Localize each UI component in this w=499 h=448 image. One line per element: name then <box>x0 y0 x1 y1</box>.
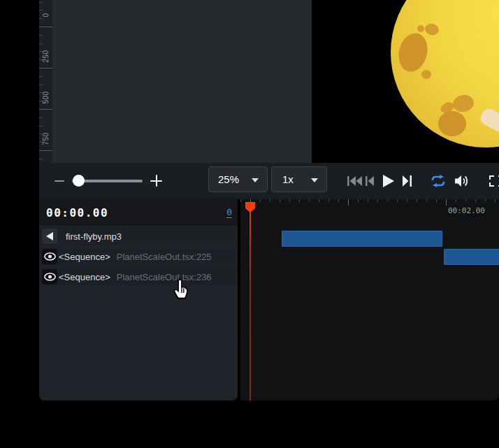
zoom-out-button[interactable] <box>55 180 64 182</box>
play-button[interactable] <box>382 175 394 187</box>
volume-icon <box>455 175 469 187</box>
timeline-tick <box>397 199 398 202</box>
previous-frame-icon <box>366 176 374 186</box>
skip-to-start-button[interactable] <box>347 176 362 186</box>
zoom-in-button[interactable] <box>150 175 162 187</box>
timeline-tick <box>456 199 456 202</box>
ruler-minor-tick <box>39 159 43 159</box>
timeline-clip-audio[interactable] <box>282 231 442 247</box>
track-row-sequence-225[interactable]: <Sequence> PlanetScaleOut.tsx:225 <box>39 247 238 266</box>
ruler-major-tick <box>39 27 52 27</box>
zoom-slider-knob[interactable] <box>73 175 85 187</box>
timeline-tick <box>485 199 486 202</box>
timeline-section: 00:00.00 0 first-flyby.mp3 <Sequence> Pl… <box>0 199 499 400</box>
frame-number-link[interactable]: 0 <box>226 208 232 218</box>
ruler-minor-tick <box>39 133 43 134</box>
visibility-toggle[interactable] <box>42 249 57 264</box>
preview-region: 0250500750 <box>0 0 499 163</box>
audio-mute-toggle[interactable] <box>42 229 57 244</box>
ruler-minor-tick <box>39 117 43 118</box>
ruler-major-tick <box>39 150 52 151</box>
timeline-tick <box>426 199 427 202</box>
ruler-major-tick <box>39 109 52 110</box>
playhead-line <box>249 209 251 400</box>
timeline-tick <box>280 199 280 202</box>
ruler-minor-tick <box>39 10 43 10</box>
timeline-clip-sequence[interactable] <box>444 249 499 265</box>
timeline-tick <box>299 199 300 202</box>
timeline-tick <box>348 199 349 205</box>
zoom-level-dropdown[interactable]: 25% <box>208 166 268 192</box>
timeline-tick <box>260 199 261 202</box>
ruler-minor-tick <box>39 59 43 60</box>
track-list-panel: 00:00.00 0 first-flyby.mp3 <Sequence> Pl… <box>39 199 238 400</box>
planet-illustration <box>391 0 499 147</box>
ruler-label: 250 <box>39 47 52 65</box>
ruler-label: 750 <box>39 129 52 147</box>
speaker-icon <box>46 232 53 240</box>
crater <box>438 111 466 136</box>
timeline-tick <box>417 199 417 202</box>
timeline-tick <box>407 199 407 202</box>
volume-button[interactable] <box>454 175 469 187</box>
timeline-tick <box>358 199 359 202</box>
timeline-tick <box>338 199 339 202</box>
ruler-minor-tick <box>39 51 43 52</box>
fullscreen-button[interactable] <box>489 175 499 187</box>
ruler-minor-tick <box>39 35 43 36</box>
ruler-minor-tick <box>39 76 43 77</box>
timeline-tick <box>495 199 496 202</box>
timeline-tick <box>270 199 270 202</box>
ruler-minor-tick <box>39 92 43 93</box>
ruler-minor-tick <box>39 85 43 85</box>
vertical-ruler: 0250500750 <box>39 0 52 163</box>
chevron-down-icon <box>252 178 259 182</box>
hand-cursor-icon <box>172 278 191 301</box>
visibility-toggle[interactable] <box>42 269 57 284</box>
canvas-background <box>52 0 312 163</box>
track-source-label: PlanetScaleOut.tsx:225 <box>117 252 212 262</box>
eye-icon <box>44 252 56 261</box>
playback-speed-dropdown[interactable]: 1x <box>271 166 327 192</box>
ruler-label: 0 <box>39 6 52 24</box>
playback-speed-value: 1x <box>282 173 294 185</box>
track-label: <Sequence> <box>59 272 110 282</box>
timeline-header: 00:00.00 0 <box>39 199 238 226</box>
playback-toolbar: 25% 1x <box>39 163 499 199</box>
video-canvas <box>312 0 499 163</box>
ruler-label: 500 <box>39 88 52 106</box>
eye-icon <box>44 273 56 281</box>
crater <box>421 70 431 79</box>
loop-toggle-button[interactable] <box>429 175 447 187</box>
crater <box>417 25 424 32</box>
zoom-level-value: 25% <box>218 173 239 185</box>
next-frame-button[interactable] <box>402 175 412 187</box>
timeline-tick <box>377 199 378 202</box>
timeline-tick <box>368 199 368 202</box>
timeline-tick <box>289 199 290 202</box>
loop-icon <box>429 175 447 187</box>
ruler-minor-tick <box>39 101 43 101</box>
track-row-audio[interactable]: first-flyby.mp3 <box>39 227 238 245</box>
ruler-minor-tick <box>39 43 43 44</box>
previous-frame-button[interactable] <box>365 176 374 186</box>
track-row-sequence-236[interactable]: <Sequence> PlanetScaleOut.tsx:236 <box>39 268 238 286</box>
track-label: first-flyby.mp3 <box>66 231 122 242</box>
timeline-track-area[interactable]: 00:02.00 <box>240 199 499 400</box>
timeline-tick <box>309 199 310 202</box>
crater <box>451 94 475 114</box>
ruler-minor-tick <box>39 18 43 19</box>
playhead-handle[interactable] <box>245 202 255 212</box>
remotion-studio-window: { "preview": { "vertical_ruler": { "labe… <box>0 0 499 448</box>
next-frame-icon <box>403 175 412 187</box>
crater <box>395 30 431 75</box>
timeline-tick <box>240 199 241 202</box>
fullscreen-icon <box>489 175 499 187</box>
timeline-tick <box>465 199 466 202</box>
ruler-minor-tick <box>39 142 43 143</box>
moon-accessory-shape <box>478 106 499 136</box>
ruler-minor-tick <box>39 126 43 127</box>
timeline-tick <box>387 199 388 202</box>
track-source-label: PlanetScaleOut.tsx:236 <box>117 272 212 282</box>
play-icon <box>383 175 394 187</box>
